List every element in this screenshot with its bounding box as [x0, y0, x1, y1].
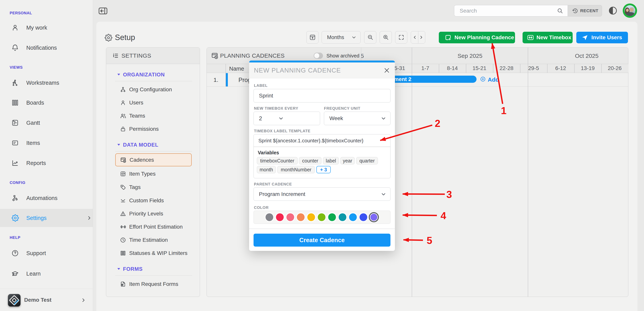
- svg-text:1: 1: [501, 105, 506, 116]
- svg-text:4: 4: [440, 210, 446, 221]
- svg-text:5: 5: [427, 235, 432, 246]
- svg-text:2: 2: [435, 118, 440, 129]
- svg-text:3: 3: [446, 189, 452, 200]
